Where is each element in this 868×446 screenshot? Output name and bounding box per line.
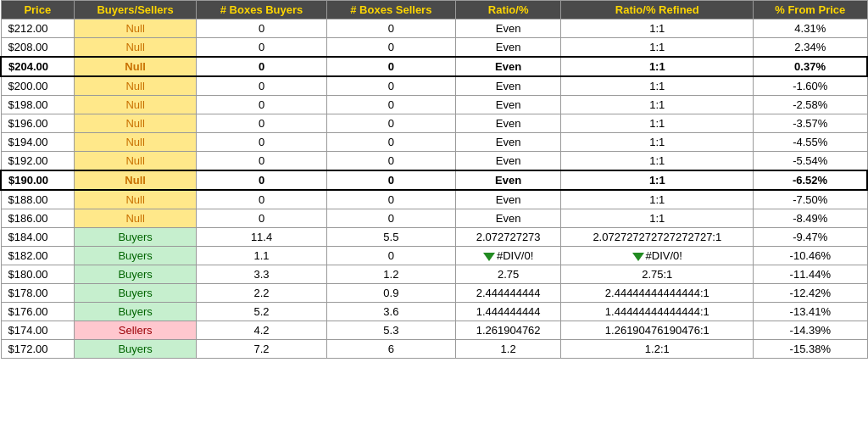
table-row: $200.00Null00Even1:1-1.60% [1,76,867,96]
pct-from-price-cell: -4.55% [754,133,867,152]
boxes-buyers-cell: 0 [197,170,327,190]
ratio-refined-cell: 2.072727272727272727:1 [561,228,754,247]
ratio-refined-cell: 1:1 [561,170,754,190]
boxes-sellers-cell: 6 [326,340,455,359]
table-row: $180.00Buyers3.31.22.752.75:1-11.44% [1,265,867,284]
ratio-refined-cell: 1:1 [561,38,754,58]
table-row: $208.00Null00Even1:12.34% [1,38,867,58]
table-row: $198.00Null00Even1:1-2.58% [1,96,867,114]
pct-from-price-cell: -2.58% [754,96,867,114]
ratio-cell: 1.444444444 [455,303,561,321]
ratio-cell: Even [455,114,561,133]
table-row: $184.00Buyers11.45.52.0727272732.0727272… [1,228,867,247]
price-cell: $194.00 [1,133,75,152]
boxes-sellers-cell: 0 [326,152,455,171]
table-row: $174.00Sellers4.25.31.2619047621.2619047… [1,321,867,340]
boxes-sellers-cell: 0 [326,133,455,152]
buyers-sellers-cell: Null [75,38,197,58]
column-header-3: # Boxes Sellers [326,1,455,20]
table-row: $178.00Buyers2.20.92.4444444442.44444444… [1,284,867,303]
pct-from-price-cell: -8.49% [754,209,867,228]
column-header-2: # Boxes Buyers [197,1,327,20]
pct-from-price-cell: 4.31% [754,20,867,38]
pct-from-price-cell: -3.57% [754,114,867,133]
price-cell: $178.00 [1,284,75,303]
boxes-sellers-cell: 5.3 [326,321,455,340]
boxes-buyers-cell: 0 [197,190,327,209]
column-header-6: % From Price [754,1,867,20]
table-row: $196.00Null00Even1:1-3.57% [1,114,867,133]
ratio-refined-cell: 1:1 [561,96,754,114]
boxes-sellers-cell: 0 [326,57,455,76]
buyers-sellers-cell: Buyers [75,284,197,303]
ratio-cell: 2.072727273 [455,228,561,247]
pct-from-price-cell: -12.42% [754,284,867,303]
ratio-refined-cell: 1:1 [561,133,754,152]
price-cell: $208.00 [1,38,75,58]
price-cell: $198.00 [1,96,75,114]
pct-from-price-cell: -1.60% [754,76,867,96]
boxes-buyers-cell: 11.4 [197,228,327,247]
ratio-refined-cell: 1:1 [561,57,754,76]
boxes-buyers-cell: 0 [197,96,327,114]
boxes-buyers-cell: 0 [197,57,327,76]
buyers-sellers-cell: Buyers [75,247,197,265]
ratio-refined-cell: #DIV/0! [561,247,754,265]
boxes-buyers-cell: 0 [197,114,327,133]
boxes-sellers-cell: 0 [326,114,455,133]
ratio-cell: Even [455,20,561,38]
ratio-cell: 1.2 [455,340,561,359]
buyers-sellers-cell: Buyers [75,265,197,284]
price-cell: $176.00 [1,303,75,321]
buyers-sellers-cell: Sellers [75,321,197,340]
boxes-sellers-cell: 0 [326,20,455,38]
buyers-sellers-cell: Buyers [75,228,197,247]
price-cell: $190.00 [1,170,75,190]
pct-from-price-cell: -9.47% [754,228,867,247]
boxes-sellers-cell: 0 [326,76,455,96]
ratio-refined-cell: 1.2:1 [561,340,754,359]
price-cell: $180.00 [1,265,75,284]
boxes-sellers-cell: 0 [326,190,455,209]
ratio-refined-cell: 1:1 [561,190,754,209]
table-row: $194.00Null00Even1:1-4.55% [1,133,867,152]
ratio-cell: Even [455,152,561,171]
price-cell: $186.00 [1,209,75,228]
ratio-cell: Even [455,170,561,190]
pct-from-price-cell: -15.38% [754,340,867,359]
buyers-sellers-cell: Null [75,152,197,171]
buyers-sellers-cell: Null [75,96,197,114]
boxes-buyers-cell: 7.2 [197,340,327,359]
ratio-cell: Even [455,190,561,209]
ratio-refined-cell: 2.44444444444444:1 [561,284,754,303]
ratio-refined-cell: 1:1 [561,209,754,228]
buyers-sellers-cell: Null [75,190,197,209]
price-cell: $172.00 [1,340,75,359]
boxes-buyers-cell: 1.1 [197,247,327,265]
price-cell: $196.00 [1,114,75,133]
table-row: $186.00Null00Even1:1-8.49% [1,209,867,228]
pct-from-price-cell: -10.46% [754,247,867,265]
pct-from-price-cell: -7.50% [754,190,867,209]
buyers-sellers-cell: Null [75,76,197,96]
pct-from-price-cell: -14.39% [754,321,867,340]
pct-from-price-cell: 2.34% [754,38,867,58]
boxes-sellers-cell: 3.6 [326,303,455,321]
buyers-sellers-cell: Null [75,57,197,76]
boxes-sellers-cell: 0 [326,247,455,265]
price-cell: $188.00 [1,190,75,209]
price-cell: $174.00 [1,321,75,340]
table-row: $190.00Null00Even1:1-6.52% [1,170,867,190]
boxes-sellers-cell: 0 [326,209,455,228]
boxes-buyers-cell: 4.2 [197,321,327,340]
ratio-refined-cell: 1.44444444444444:1 [561,303,754,321]
ratio-cell: Even [455,76,561,96]
boxes-buyers-cell: 0 [197,76,327,96]
ratio-cell: Even [455,96,561,114]
main-table: PriceBuyers/Sellers# Boxes Buyers# Boxes… [0,0,868,359]
triangle-refined-icon [632,253,644,261]
price-cell: $182.00 [1,247,75,265]
boxes-buyers-cell: 2.2 [197,284,327,303]
triangle-icon [483,253,495,261]
column-header-0: Price [1,1,75,20]
